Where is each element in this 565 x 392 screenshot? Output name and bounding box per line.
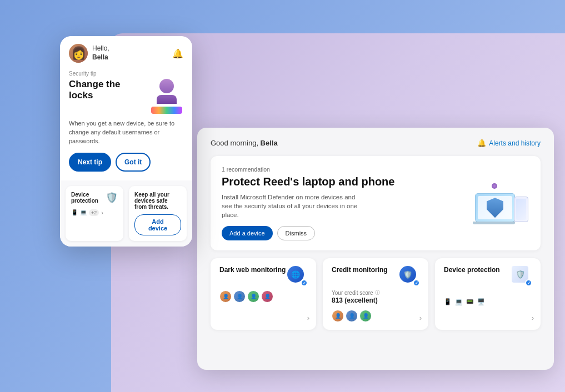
tip-label: Security tip	[69, 71, 183, 77]
mobile-user-row: Hello, Bella 🔔	[69, 44, 183, 63]
tablet-icon: 📟	[466, 298, 474, 305]
dark-web-card[interactable]: Dark web monitoring 🌐 ✓ 👤 👤 👤 👤 ›	[211, 258, 316, 330]
mobile-user-left: Hello, Bella	[69, 44, 109, 63]
mobile-bell-icon[interactable]: 🔔	[172, 48, 183, 59]
device-icons: 📱 💻 📟 🖥️	[444, 298, 532, 305]
next-tip-button[interactable]: Next tip	[69, 153, 111, 172]
credit-score-section: Your credit score ⓘ 813 (excellent)	[332, 289, 419, 304]
alerts-label: Alerts and history	[489, 139, 541, 147]
device-protection-title: Device protection	[444, 266, 500, 275]
dark-web-header: Dark web monitoring 🌐 ✓	[219, 266, 307, 286]
tip-illustration	[150, 79, 183, 114]
mobile-bottom-section: Device protection 🛡️ 📱 💻 +2 › Keep all y…	[60, 180, 192, 247]
security-tip-section: Security tip Change the locks When you g…	[69, 71, 183, 172]
credit-score-value: 813 (excellent)	[332, 296, 419, 304]
mini-shield-icon: 🛡️	[106, 192, 118, 204]
tip-description: When you get a new device, be sure to ch…	[69, 119, 183, 146]
rec-description: Install Microsoft Defender on more devic…	[222, 193, 366, 219]
rec-count-label: 1 recommendation	[222, 166, 465, 173]
mini-add-device-card: Keep all your devices safe from threats.…	[129, 186, 187, 241]
mini-plus-count: +2	[89, 209, 99, 216]
laptop-icon: 💻	[455, 298, 463, 305]
device-protection-bottom-card[interactable]: Device protection 🛡️ ✓ 📱 💻 📟 🖥️ ›	[435, 258, 541, 330]
dashboard-header: Good morning, Bella 🔔 Alerts and history	[211, 139, 541, 147]
avatar-image	[69, 44, 88, 63]
mini-device-title: Device protection	[71, 192, 106, 204]
greeting-text: Good morning,	[211, 139, 261, 147]
device-protection-arrow[interactable]: ›	[532, 314, 534, 322]
credit-avatar-3: 👤	[359, 310, 372, 322]
mini-device-icons-row: 📱 💻 +2 ›	[71, 209, 118, 216]
rec-content: 1 recommendation Protect Reed's laptop a…	[222, 166, 465, 240]
credit-arrow[interactable]: ›	[419, 314, 422, 322]
device-illustration	[474, 181, 529, 225]
dark-web-title: Dark web monitoring	[219, 266, 286, 275]
rec-illustration	[474, 181, 529, 225]
credit-title: Credit monitoring	[332, 266, 388, 275]
mini-phone-icon: 📱	[71, 209, 78, 215]
user-avatar	[69, 44, 88, 63]
device-protection-icon: 🛡️ ✓	[512, 266, 532, 286]
mini-device-top: Device protection 🛡️	[71, 192, 118, 206]
tip-buttons: Next tip Got it	[69, 153, 183, 172]
device-protection-header: Device protection 🛡️ ✓	[444, 266, 532, 286]
dark-web-icon: 🌐 ✓	[287, 266, 307, 286]
mobile-top-section: Hello, Bella 🔔 Security tip Change the l…	[60, 36, 192, 180]
credit-avatar-1: 👤	[332, 310, 344, 322]
phone-icon: 📱	[444, 298, 452, 305]
avatar-2: 👤	[233, 290, 246, 303]
dark-web-arrow[interactable]: ›	[307, 314, 309, 322]
bottom-cards-row: Dark web monitoring 🌐 ✓ 👤 👤 👤 👤 › Credit…	[211, 258, 541, 330]
dismiss-button[interactable]: Dismiss	[277, 226, 316, 240]
mobile-card: Hello, Bella 🔔 Security tip Change the l…	[60, 36, 192, 247]
greeting-username: Bella	[261, 139, 278, 147]
credit-avatar-2: 👤	[346, 310, 358, 322]
tip-content: Change the locks	[69, 79, 183, 114]
avatar-1: 👤	[219, 290, 232, 303]
avatar-3: 👤	[247, 290, 259, 303]
got-it-button[interactable]: Got it	[116, 153, 151, 172]
tip-title: Change the locks	[69, 79, 146, 102]
dark-web-avatars: 👤 👤 👤 👤	[219, 290, 307, 303]
credit-score-label: Your credit score ⓘ	[332, 289, 419, 296]
mini-device-arrow[interactable]: ›	[101, 209, 103, 216]
alerts-history-link[interactable]: 🔔 Alerts and history	[477, 139, 541, 147]
mobile-user-name: Hello, Bella	[92, 44, 109, 62]
credit-avatars: 👤 👤 👤	[332, 310, 419, 322]
credit-monitoring-card[interactable]: Credit monitoring 🛡️ ✓ Your credit score…	[323, 258, 428, 330]
dashboard-card: Good morning, Bella 🔔 Alerts and history…	[197, 128, 554, 370]
mini-add-title: Keep all your devices safe from threats.	[134, 192, 181, 210]
recommendation-card: 1 recommendation Protect Reed's laptop a…	[211, 156, 541, 250]
mini-laptop-icon: 💻	[80, 209, 87, 215]
info-icon[interactable]: ⓘ	[375, 289, 380, 296]
avatar-4: 👤	[261, 290, 273, 303]
mini-add-device-button[interactable]: Add device	[134, 214, 181, 235]
rec-buttons: Add a device Dismiss	[222, 226, 465, 240]
add-device-button[interactable]: Add a device	[222, 226, 273, 240]
rec-title: Protect Reed's laptop and phone	[222, 175, 465, 188]
bell-icon: 🔔	[477, 139, 486, 147]
mini-device-protection-card[interactable]: Device protection 🛡️ 📱 💻 +2 ›	[66, 186, 123, 241]
desktop-icon: 🖥️	[477, 298, 485, 305]
credit-icon: 🛡️ ✓	[399, 266, 419, 286]
credit-header: Credit monitoring 🛡️ ✓	[332, 266, 419, 286]
dashboard-greeting: Good morning, Bella	[211, 139, 278, 147]
